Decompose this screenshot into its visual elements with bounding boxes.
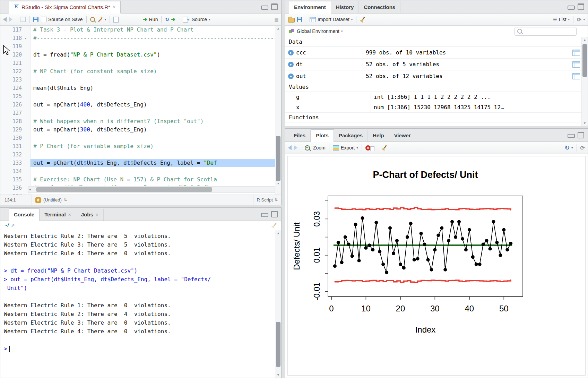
code-line[interactable]: 133out = pChart(dt$Units_Eng, dt$Defects… (0, 159, 281, 167)
clear-environment-icon[interactable] (360, 17, 365, 22)
scroll-up-icon[interactable]: ▲ (275, 230, 281, 236)
scroll-down-icon[interactable]: ▼ (582, 120, 588, 126)
env-row-g[interactable]: gint [1:366] 1 1 1 1 2 2 2 2 2 2 ... (285, 92, 588, 102)
publish-button[interactable]: ↻▾ (565, 144, 573, 152)
remove-plot-button[interactable]: ✕ (365, 144, 374, 151)
source-button[interactable]: Source▾ (183, 17, 210, 23)
view-table-icon[interactable] (572, 73, 580, 79)
back-icon[interactable] (3, 17, 7, 22)
source-on-save-checkbox[interactable] (41, 17, 46, 22)
scroll-down-icon[interactable]: ▼ (275, 181, 281, 186)
minimize-icon[interactable] (568, 6, 575, 10)
tab-files[interactable]: Files (289, 130, 311, 141)
code-line[interactable]: 125 (0, 92, 281, 101)
minimize-icon[interactable] (261, 6, 268, 10)
code-line[interactable]: 134 (0, 167, 281, 175)
close-icon[interactable]: × (96, 212, 98, 217)
source-on-save-toggle[interactable]: Source on Save (41, 17, 83, 22)
maximize-icon[interactable] (578, 132, 584, 138)
tab-history[interactable]: History (331, 1, 359, 13)
list-view-button[interactable]: ☰List▾ (553, 17, 570, 22)
env-row-out[interactable]: ▶out52 obs. of 12 variables (285, 70, 588, 82)
editor-horizontal-scrollbar[interactable]: ◀ (28, 186, 275, 193)
tab-jobs[interactable]: Jobs× (76, 209, 104, 221)
code-line[interactable]: 126out = npChart(400, dt$Defects_Eng) (0, 101, 281, 109)
environment-scope-selector[interactable]: Global Environment▾ (297, 28, 343, 34)
tab-plots[interactable]: Plots (311, 129, 334, 142)
console-prompt[interactable]: > (4, 344, 281, 353)
run-button[interactable]: ➜Run (143, 16, 158, 23)
env-row-ccc[interactable]: ▶ccc999 obs. of 10 variables (285, 47, 588, 59)
code-editor[interactable]: 117# Task 3 - Plot & Interpret NP Chart … (0, 26, 281, 195)
export-plot-button[interactable]: Export▾ (333, 145, 358, 151)
expand-icon[interactable]: ▶ (288, 62, 294, 67)
environment-search-input[interactable] (514, 27, 577, 36)
code-line[interactable]: 117# Task 3 - Plot & Interpret NP Chart … (0, 26, 281, 34)
code-line[interactable]: 119 (0, 42, 281, 51)
load-workspace-icon[interactable] (288, 18, 295, 23)
minimize-icon[interactable] (261, 213, 268, 217)
maximize-icon[interactable] (271, 211, 278, 217)
code-line[interactable]: 130 (0, 134, 281, 142)
document-outline-icon[interactable]: ≣ (274, 16, 278, 23)
tab-console[interactable]: Console (9, 208, 40, 221)
view-table-icon[interactable] (572, 61, 580, 68)
code-line[interactable]: 123 (0, 76, 281, 84)
save-workspace-icon[interactable] (297, 17, 302, 22)
close-icon[interactable]: × (68, 212, 71, 217)
code-tools-button[interactable]: ▾ (97, 17, 106, 22)
filetype-selector[interactable]: R Script⇅ (253, 195, 281, 205)
code-line[interactable]: 132 (0, 151, 281, 159)
editor-vertical-scrollbar[interactable]: ▲ ▼ (275, 26, 281, 195)
code-line[interactable]: 128# What happens when n is different? (… (0, 117, 281, 126)
previous-plot-icon[interactable] (288, 145, 292, 150)
clear-console-icon[interactable] (271, 223, 277, 228)
scroll-down-icon[interactable]: ▼ (275, 372, 281, 378)
environment-vertical-scrollbar[interactable]: ▲ ▼ (581, 37, 588, 126)
open-in-window-icon[interactable] (20, 17, 26, 22)
expand-icon[interactable]: ▶ (288, 50, 294, 55)
code-line[interactable]: 120dt = fread("NP & P Chart Dataset.csv"… (0, 51, 281, 59)
code-line[interactable]: 122# NP Chart (for constant sample size) (0, 67, 281, 76)
code-line[interactable]: 131# P Chart (for variable sample size) (0, 142, 281, 151)
minimize-icon[interactable] (568, 134, 575, 138)
next-plot-icon[interactable] (294, 145, 297, 150)
scroll-left-icon[interactable]: ◀ (29, 188, 31, 191)
maximize-icon[interactable] (578, 3, 584, 10)
rerun-button[interactable]: ↻➜ (165, 16, 175, 23)
refresh-plot-icon[interactable]: ⟳ (580, 145, 585, 151)
tab-terminal[interactable]: Terminal× (40, 209, 76, 221)
code-line[interactable]: 121 (0, 59, 281, 67)
tab-viewer[interactable]: Viewer (389, 130, 416, 141)
document-section[interactable]: (Untitled) (43, 197, 62, 203)
source-tab[interactable]: R RStudio - Six Sigma Control Charts.R* … (9, 1, 121, 14)
tab-environment[interactable]: Environment (289, 1, 331, 14)
compile-report-icon[interactable] (113, 17, 119, 23)
console-output[interactable]: Western Electric Rule 2: There are 5 vio… (0, 230, 281, 378)
tab-help[interactable]: Help (368, 130, 389, 141)
code-line[interactable]: 127 (0, 109, 281, 117)
view-table-icon[interactable] (572, 50, 580, 56)
code-line[interactable]: 124mean(dt$Units_Eng) (0, 84, 281, 92)
import-dataset-button[interactable]: Import Dataset ▾ (310, 17, 353, 22)
forward-icon[interactable] (9, 17, 12, 22)
console-vertical-scrollbar[interactable]: ▲ ▼ (275, 230, 281, 378)
scroll-up-icon[interactable]: ▲ (275, 26, 281, 31)
close-icon[interactable]: × (113, 5, 115, 10)
maximize-icon[interactable] (271, 3, 278, 10)
save-icon[interactable] (33, 17, 38, 22)
refresh-environment-button[interactable]: ⟳▾ (577, 16, 585, 23)
tab-connections[interactable]: Connections (359, 1, 400, 13)
env-row-x[interactable]: xnum [1:366] 15230 12968 14325 14175 12… (285, 102, 588, 113)
tab-packages[interactable]: Packages (334, 130, 368, 141)
expand-icon[interactable]: ▶ (288, 74, 294, 79)
goto-directory-icon[interactable]: ⇗ (11, 223, 15, 228)
code-line[interactable]: 118▾#-----------------------------------… (0, 34, 281, 42)
scroll-up-icon[interactable]: ▲ (582, 37, 588, 43)
working-directory[interactable]: ~/ (5, 223, 9, 228)
zoom-plot-button[interactable]: Zoom (305, 145, 326, 151)
env-row-dt[interactable]: ▶dt52 obs. of 5 variables (285, 59, 588, 70)
find-icon[interactable] (90, 17, 95, 22)
code-line[interactable]: 129out = npChart(300, dt$Defects_Eng) (0, 126, 281, 134)
clear-all-plots-icon[interactable] (382, 145, 387, 151)
